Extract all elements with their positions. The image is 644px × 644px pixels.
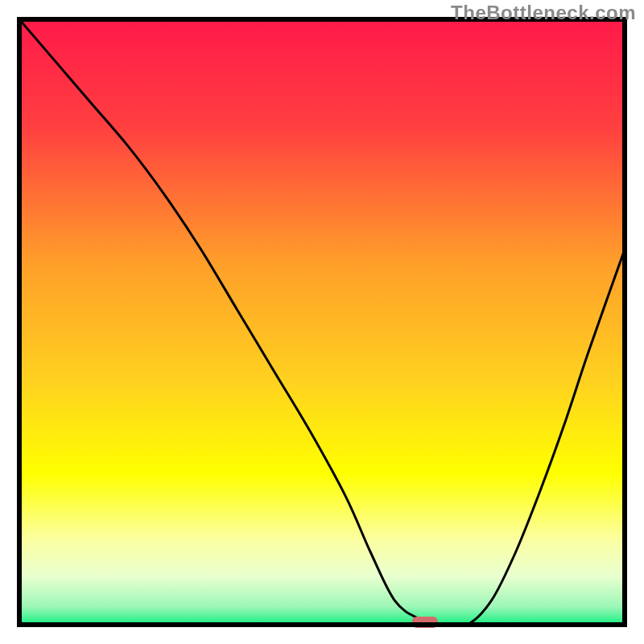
chart-svg xyxy=(0,0,644,644)
watermark-text: TheBottleneck.com xyxy=(451,2,636,24)
chart-background xyxy=(19,19,625,625)
bottleneck-chart: TheBottleneck.com xyxy=(0,0,644,644)
